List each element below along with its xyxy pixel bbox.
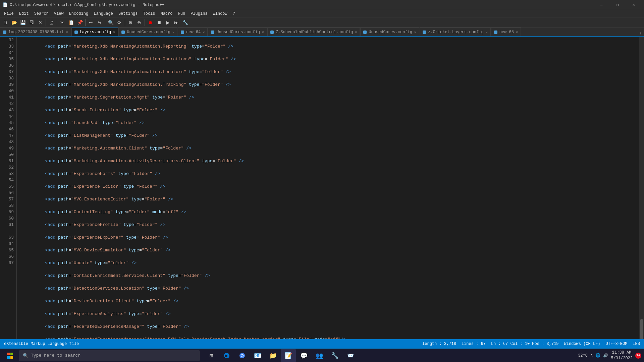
tab-close[interactable]: ✕ — [113, 30, 115, 34]
menu-help[interactable]: ? — [230, 10, 238, 17]
menu-settings[interactable]: Settings — [116, 10, 141, 17]
start-button[interactable] — [3, 349, 17, 362]
search-icon: 🔍 — [23, 353, 28, 358]
close-btn[interactable]: ✕ — [36, 18, 44, 26]
sep5 — [125, 19, 125, 26]
taskbar-files-icon[interactable]: 📁 — [266, 349, 280, 362]
tab-icon — [423, 31, 426, 34]
taskbar-chrome-icon[interactable] — [235, 349, 250, 362]
save-all-btn[interactable]: 🖫 — [28, 18, 36, 26]
sep6 — [145, 19, 145, 26]
undo-btn[interactable]: ↩ — [87, 18, 95, 26]
tab-close[interactable]: ✕ — [203, 30, 205, 34]
tab-close[interactable]: ✕ — [516, 30, 518, 34]
tab-cricket-layers[interactable]: z.Cricket.Layers.config ✕ — [420, 27, 491, 36]
tab-new65[interactable]: new 65 ✕ — [491, 27, 521, 36]
menu-plugins[interactable]: Plugins — [188, 10, 210, 17]
taskbar-teams-icon[interactable]: 👥 — [312, 349, 327, 362]
sep1 — [46, 19, 46, 26]
notification-badge[interactable]: 14 — [635, 353, 641, 359]
tab-label: log.20220408-075809.txt — [8, 30, 64, 35]
tab-icon — [3, 31, 6, 34]
chevron-up-icon[interactable]: ∧ — [590, 353, 593, 358]
tab-log[interactable]: log.20220408-075809.txt ✕ — [0, 27, 71, 36]
tab-scroll-right[interactable]: › — [637, 30, 644, 36]
menu-language[interactable]: Language — [91, 10, 116, 17]
windows-icon — [7, 353, 13, 359]
search-placeholder: Type here to search — [31, 353, 80, 358]
task-view-button[interactable]: ⊞ — [204, 349, 219, 362]
tab-icon — [121, 31, 125, 34]
editor-container: 3233343536 3738394041 4243444546 4748495… — [0, 37, 644, 339]
taskbar-right: 32°C ∧ 🌐 🔊 11:38 AM 5/31/2022 14 — [578, 350, 641, 361]
lines-label: lines : 67 — [462, 342, 486, 346]
menu-view[interactable]: View — [51, 10, 66, 17]
new-btn[interactable]: 🗋 — [1, 18, 9, 26]
macro-save-btn[interactable]: ⏭ — [172, 18, 180, 26]
tab-label: z.Cricket.Layers.config — [428, 30, 484, 35]
tab-close[interactable]: ✕ — [355, 30, 357, 34]
cut-btn[interactable]: ✂ — [58, 18, 66, 26]
menu-edit[interactable]: Edit — [16, 10, 32, 17]
tab-close[interactable]: ✕ — [262, 30, 264, 34]
maximize-button[interactable]: ❐ — [610, 0, 625, 10]
replace-btn[interactable]: ⟳ — [115, 18, 123, 26]
open-btn[interactable]: 📂 — [10, 18, 18, 26]
menu-bar: File Edit Search View Encoding Language … — [0, 10, 644, 17]
search-bar[interactable]: 🔍 Type here to search — [19, 350, 200, 361]
find-btn[interactable]: 🔍 — [107, 18, 115, 26]
scrollbar-thumb[interactable] — [640, 319, 643, 339]
time-block[interactable]: 11:38 AM 5/31/2022 — [611, 350, 633, 361]
status-right: length : 3,718 lines : 67 Ln : 67 Col : … — [422, 342, 640, 346]
menu-window[interactable]: Window — [210, 10, 230, 17]
save-btn[interactable]: 💾 — [19, 18, 27, 26]
zoom-in-btn[interactable]: ⊕ — [126, 18, 135, 26]
macro-play-btn[interactable]: ▶ — [164, 18, 172, 26]
macro-rec-btn[interactable]: ⏺ — [146, 18, 154, 26]
title-left: 📄 C:\inetpub\wwwroot\local.ca\App_Config… — [3, 2, 164, 7]
menu-macro[interactable]: Macro — [158, 10, 175, 17]
redo-btn[interactable]: ↪ — [96, 18, 104, 26]
minimize-button[interactable]: — — [594, 0, 609, 10]
taskbar-skype-icon[interactable]: 💬 — [297, 349, 311, 362]
close-button[interactable]: ✕ — [626, 0, 641, 10]
menu-search[interactable]: Search — [32, 10, 51, 17]
title-controls[interactable]: — ❐ ✕ — [594, 0, 641, 10]
tab-scheduledpublish[interactable]: Z.ScheduledPublishControl.config ✕ — [267, 27, 360, 36]
tab-close[interactable]: ✕ — [172, 30, 174, 34]
taskbar-icons: ⊞ 📧 📁 📝 💬 👥 🔧 📨 — [204, 349, 358, 362]
tab-unusedcores2[interactable]: UnusedCores.config ✕ — [208, 27, 267, 36]
svg-point-6 — [241, 355, 243, 357]
menu-encoding[interactable]: Encoding — [66, 10, 91, 17]
menu-run[interactable]: Run — [175, 10, 188, 17]
print-btn[interactable]: 🖨 — [47, 18, 55, 26]
speaker-icon: 🔊 — [603, 353, 608, 358]
tab-label: Z.ScheduledPublishControl.config — [276, 30, 353, 35]
sep3 — [85, 19, 86, 26]
code-content[interactable]: <add path="Marketing.Xdb.MarketingAutoma… — [17, 37, 639, 339]
macro-load-btn[interactable]: 🔧 — [181, 18, 189, 26]
tab-close[interactable]: ✕ — [66, 30, 68, 34]
tab-close[interactable]: ✕ — [486, 30, 488, 34]
title-bar: 📄 C:\inetpub\wwwroot\local.ca\App_Config… — [0, 0, 644, 10]
line-numbers: 3233343536 3738394041 4243444546 4748495… — [0, 37, 17, 339]
tab-unusedcores3[interactable]: UnusedCores.config ✕ — [360, 27, 419, 36]
taskbar-edge-icon[interactable] — [219, 349, 234, 362]
tab-new64[interactable]: new 64 ✕ — [178, 27, 208, 36]
taskbar-icon8[interactable]: 🔧 — [327, 349, 342, 362]
taskbar-notepadpp-icon[interactable]: 📝 — [281, 349, 296, 362]
vertical-scrollbar[interactable] — [639, 37, 644, 339]
menu-file[interactable]: File — [1, 10, 16, 17]
menu-tools[interactable]: Tools — [140, 10, 158, 17]
status-left: eXtensible Markup Language file — [4, 342, 79, 346]
tab-unusedcores1[interactable]: UnusedCores.config ✕ — [118, 27, 177, 36]
taskbar-outlook-icon[interactable]: 📨 — [343, 349, 358, 362]
svg-rect-2 — [7, 356, 10, 359]
copy-btn[interactable]: 📋 — [67, 18, 75, 26]
tab-layers-config[interactable]: Layers.config ✕ — [71, 27, 118, 36]
tab-close[interactable]: ✕ — [414, 30, 416, 34]
taskbar-mail-icon[interactable]: 📧 — [250, 349, 265, 362]
paste-btn[interactable]: 📌 — [76, 18, 84, 26]
macro-stop-btn[interactable]: ⏹ — [155, 18, 163, 26]
zoom-out-btn[interactable]: ⊖ — [135, 18, 143, 26]
